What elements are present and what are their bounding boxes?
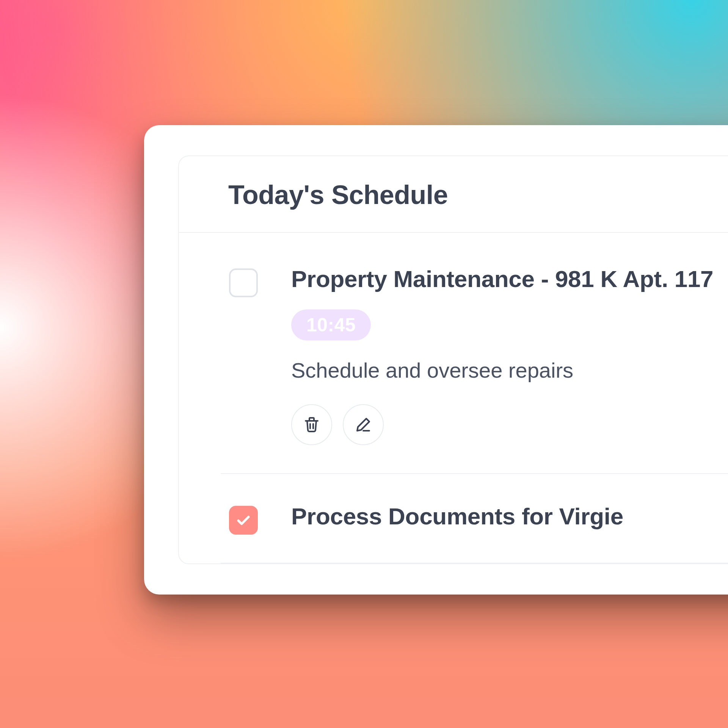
schedule-item: Property Maintenance - 981 K Apt. 117 10… — [221, 259, 728, 474]
task-description: Schedule and oversee repairs — [291, 356, 728, 385]
trash-icon — [303, 416, 321, 434]
schedule-card: Today's Schedule Property Maintenance - … — [144, 125, 728, 595]
edit-button[interactable] — [343, 404, 384, 445]
task-checkbox[interactable] — [229, 506, 258, 535]
delete-button[interactable] — [291, 404, 332, 445]
edit-icon — [354, 416, 372, 434]
task-content: Property Maintenance - 981 K Apt. 117 10… — [291, 263, 728, 445]
check-icon — [235, 511, 252, 529]
task-content: Process Documents for Virgie — [291, 500, 728, 532]
schedule-list: Property Maintenance - 981 K Apt. 117 10… — [179, 233, 728, 563]
task-checkbox[interactable] — [229, 268, 258, 297]
schedule-item: Process Documents for Virgie — [221, 474, 728, 563]
task-title: Property Maintenance - 981 K Apt. 117 — [291, 263, 728, 295]
task-actions — [291, 404, 728, 445]
page-title: Today's Schedule — [179, 156, 728, 233]
time-badge: 10:45 — [291, 309, 371, 340]
schedule-inner: Today's Schedule Property Maintenance - … — [178, 155, 728, 564]
task-title: Process Documents for Virgie — [291, 500, 728, 532]
